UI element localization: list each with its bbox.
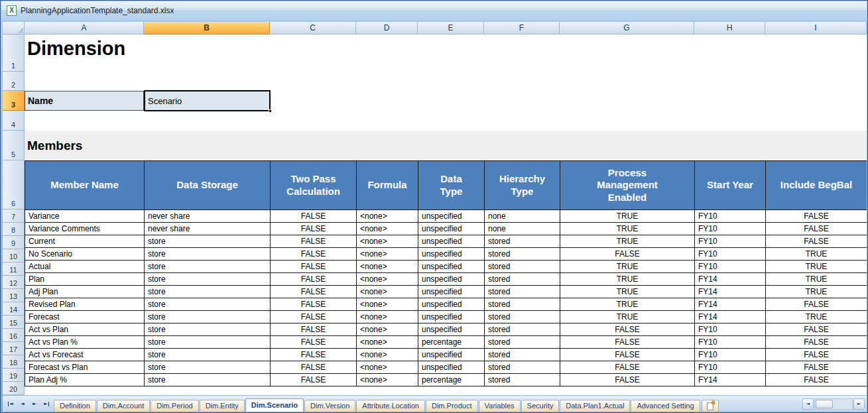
cell[interactable]: TRUE	[766, 311, 867, 324]
cell[interactable]: Variance	[25, 210, 145, 223]
cell[interactable]: <none>	[357, 210, 418, 223]
cell[interactable]: FY14	[695, 273, 766, 286]
row-header-3[interactable]: 3	[3, 91, 25, 111]
cell[interactable]: FY10	[695, 248, 766, 261]
cell[interactable]: TRUE	[560, 210, 695, 223]
row-header-13[interactable]: 13	[3, 289, 25, 302]
members-header-member-name[interactable]: Member Name	[25, 161, 145, 210]
cell[interactable]: store	[145, 324, 271, 336]
sheet-tab-data-plan1-actual[interactable]: Data.Plan1.Actual	[560, 400, 630, 412]
members-header-formula[interactable]: Formula	[357, 161, 418, 210]
cell[interactable]: <none>	[357, 311, 418, 324]
column-header-b[interactable]: B	[144, 22, 270, 34]
cell[interactable]: unspecified	[418, 273, 485, 286]
cell[interactable]: FY10	[695, 210, 766, 223]
cell[interactable]: Act vs Forecast	[25, 349, 145, 361]
cell[interactable]: stored	[485, 273, 560, 286]
cell[interactable]: <none>	[357, 223, 418, 235]
cell[interactable]: FY10	[695, 235, 766, 248]
members-header-start-year[interactable]: Start Year	[695, 161, 766, 210]
cell[interactable]: FALSE	[271, 273, 357, 286]
cell[interactable]: TRUE	[560, 286, 695, 298]
cell[interactable]: FY14	[695, 311, 766, 324]
sheet-tab-dim-product[interactable]: Dim.Product	[426, 400, 478, 412]
name-label-cell[interactable]: Name	[25, 91, 144, 111]
cell[interactable]: <none>	[357, 361, 418, 374]
cell[interactable]: TRUE	[766, 248, 867, 261]
cell[interactable]: <none>	[357, 374, 418, 386]
cell[interactable]: TRUE	[560, 311, 695, 324]
scroll-next-sheet-button[interactable]: ►	[29, 398, 40, 409]
cell[interactable]: TRUE	[766, 286, 867, 298]
cell[interactable]: none	[485, 223, 560, 235]
row-header-6[interactable]: 6	[3, 160, 25, 209]
cell[interactable]: FY10	[695, 261, 766, 273]
cell[interactable]: FALSE	[560, 248, 695, 261]
members-header-process-management-enabled[interactable]: Process Management Enabled	[560, 161, 695, 210]
cell[interactable]: FALSE	[766, 298, 867, 311]
scrollbar-thumb[interactable]	[816, 400, 833, 408]
cell[interactable]: never share	[145, 210, 271, 223]
cell[interactable]: FY14	[695, 374, 766, 386]
column-header-f[interactable]: F	[484, 22, 560, 34]
cell[interactable]: Variance Comments	[25, 223, 145, 235]
cell[interactable]: <none>	[357, 261, 418, 273]
dimension-title-cell[interactable]: Dimension	[27, 38, 125, 60]
cell[interactable]: stored	[485, 336, 560, 349]
cell[interactable]: unspecified	[418, 324, 485, 336]
cell[interactable]: none	[485, 210, 560, 223]
cell[interactable]: Plan	[25, 273, 145, 286]
cell[interactable]: unspecified	[418, 248, 485, 261]
column-header-h[interactable]: H	[694, 22, 765, 34]
cell[interactable]: unspecified	[418, 210, 485, 223]
cell[interactable]: store	[145, 273, 271, 286]
cell[interactable]: FALSE	[560, 324, 695, 336]
cell[interactable]: unspecified	[418, 361, 485, 374]
cell[interactable]: FALSE	[271, 223, 357, 235]
sheet-tab-advanced-setting[interactable]: Advanced Setting	[631, 400, 700, 412]
row-header-11[interactable]: 11	[3, 263, 25, 276]
cell[interactable]: store	[145, 298, 271, 311]
cell[interactable]: Adj Plan	[25, 286, 145, 298]
cell[interactable]: FALSE	[560, 349, 695, 361]
cell[interactable]: FALSE	[560, 361, 695, 374]
cell[interactable]: stored	[485, 361, 560, 374]
cell[interactable]: Forecast	[25, 311, 145, 324]
cell[interactable]: unspecified	[418, 311, 485, 324]
members-title-cell[interactable]: Members	[27, 139, 82, 153]
cell[interactable]: never share	[145, 223, 271, 235]
cell[interactable]: FALSE	[560, 374, 695, 386]
column-header-i[interactable]: I	[765, 22, 867, 34]
cell[interactable]: FY14	[695, 286, 766, 298]
cell[interactable]: FALSE	[766, 336, 867, 349]
cell[interactable]: Revised Plan	[25, 298, 145, 311]
cell[interactable]: <none>	[357, 336, 418, 349]
row-header-15[interactable]: 15	[3, 316, 25, 329]
row-header-9[interactable]: 9	[3, 236, 25, 249]
cell[interactable]: TRUE	[766, 261, 867, 273]
cell[interactable]: FY14	[695, 298, 766, 311]
row-header-8[interactable]: 8	[3, 223, 25, 236]
row-header-20[interactable]: 20	[3, 382, 25, 395]
cell[interactable]: FALSE	[271, 311, 357, 324]
row-header-12[interactable]: 12	[3, 276, 25, 289]
cell[interactable]: TRUE	[560, 261, 695, 273]
row-header-7[interactable]: 7	[3, 209, 25, 223]
cell[interactable]: TRUE	[766, 273, 867, 286]
scroll-last-sheet-button[interactable]: ►	[41, 398, 52, 409]
cell[interactable]: FALSE	[766, 235, 867, 248]
cell[interactable]: store	[145, 235, 271, 248]
cell[interactable]: stored	[485, 248, 560, 261]
cell[interactable]: FALSE	[766, 374, 867, 386]
members-header-data-storage[interactable]: Data Storage	[145, 161, 271, 210]
cell[interactable]: TRUE	[560, 235, 695, 248]
cell[interactable]: <none>	[357, 286, 418, 298]
cell[interactable]: store	[145, 361, 271, 374]
cell[interactable]: FALSE	[271, 248, 357, 261]
cell[interactable]: Current	[25, 235, 145, 248]
sheet-tab-variables[interactable]: Variables	[479, 400, 521, 412]
cell[interactable]: unspecified	[418, 286, 485, 298]
cell[interactable]: store	[145, 311, 271, 324]
cell[interactable]: FALSE	[271, 349, 357, 361]
sheet-tab-dim-scenario[interactable]: Dim.Scenario	[245, 398, 304, 412]
